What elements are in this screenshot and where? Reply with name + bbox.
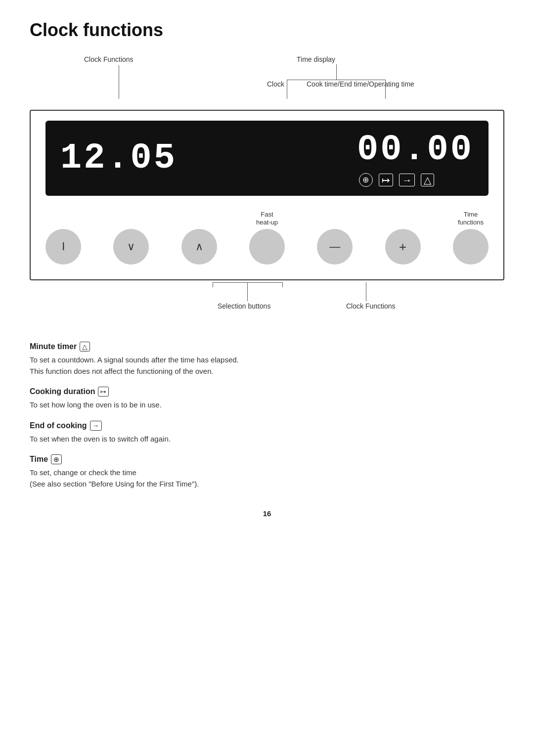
top-labels: Clock Functions Time display Clock Cook … bbox=[59, 55, 504, 110]
section-body-cooking-duration: To set how long the oven is to be in use… bbox=[30, 400, 504, 411]
buttons-row: Ⅰ ∨ ∧ Fastheat-up — + bbox=[45, 211, 489, 265]
button-label-time-functions: Timefunctions bbox=[458, 211, 484, 226]
button-up[interactable]: ∧ bbox=[181, 229, 217, 265]
line-clock-functions bbox=[119, 65, 119, 99]
diagram-area: Clock Functions Time display Clock Cook … bbox=[30, 55, 504, 322]
section-cooking-duration: Cooking duration ↦ To set how long the o… bbox=[30, 387, 504, 411]
button-time-functions[interactable] bbox=[453, 229, 489, 265]
button-group-time-functions: Timefunctions bbox=[453, 211, 489, 265]
display-icon-minute-timer: △ bbox=[421, 174, 434, 186]
section-end-cooking: End of cooking → To set when the oven is… bbox=[30, 421, 504, 445]
section-heading-minute-timer: Minute timer △ bbox=[30, 342, 504, 352]
line-clock-fn-bottom bbox=[366, 282, 366, 301]
button-group-down: ∨ bbox=[113, 226, 149, 265]
display-right: 00.00 ⊕ ↦ → △ bbox=[357, 130, 474, 187]
label-clock-functions-top: Clock Functions bbox=[84, 55, 134, 63]
section-body-end-cooking: To set when the oven is to switch off ag… bbox=[30, 434, 504, 445]
button-group-up: ∧ bbox=[181, 226, 217, 265]
display-time-left: 12.05 bbox=[60, 138, 177, 178]
button-group-fast-heat: Fastheat-up bbox=[249, 211, 285, 265]
button-label-fast-heat: Fastheat-up bbox=[256, 211, 278, 226]
button-power[interactable]: Ⅰ bbox=[45, 229, 81, 265]
button-minus[interactable]: — bbox=[317, 229, 353, 265]
button-plus[interactable]: + bbox=[385, 229, 421, 265]
line-sel-left bbox=[213, 282, 213, 287]
label-selection-buttons: Selection buttons bbox=[218, 302, 270, 310]
line-time-display bbox=[336, 64, 337, 80]
page-title: Clock functions bbox=[30, 20, 504, 41]
bottom-labels: Selection buttons Clock Functions bbox=[30, 282, 504, 322]
icon-time: ⊕ bbox=[51, 454, 62, 464]
button-group-plus: + bbox=[385, 226, 421, 265]
display-icon-time: ⊕ bbox=[359, 173, 373, 187]
label-clock: Clock bbox=[267, 80, 284, 88]
section-body-minute-timer: To set a countdown. A signal sounds afte… bbox=[30, 355, 504, 377]
button-fast-heat[interactable] bbox=[249, 229, 285, 265]
section-heading-cooking-duration: Cooking duration ↦ bbox=[30, 387, 504, 397]
section-heading-time: Time ⊕ bbox=[30, 454, 504, 464]
display-icon-end-cooking: → bbox=[399, 174, 415, 186]
display-screen: 12.05 00.00 ⊕ ↦ → △ bbox=[45, 121, 489, 196]
icon-minute-timer: △ bbox=[80, 342, 90, 352]
section-heading-end-cooking: End of cooking → bbox=[30, 421, 504, 431]
label-clock-functions-bottom: Clock Functions bbox=[346, 302, 396, 310]
icon-cooking-duration: ↦ bbox=[98, 387, 109, 397]
display-time-right: 00.00 bbox=[357, 130, 474, 170]
button-down[interactable]: ∨ bbox=[113, 229, 149, 265]
line-clock-down bbox=[287, 80, 287, 99]
section-body-time: To set, change or check the time (See al… bbox=[30, 467, 504, 489]
page-number: 16 bbox=[30, 509, 504, 518]
content-section: Minute timer △ To set a countdown. A sig… bbox=[30, 342, 504, 489]
line-sel-up bbox=[247, 282, 248, 301]
line-sel-bracket bbox=[213, 282, 283, 283]
label-time-display: Time display bbox=[297, 55, 335, 63]
section-time: Time ⊕ To set, change or check the time … bbox=[30, 454, 504, 489]
button-group-minus: — bbox=[317, 226, 353, 265]
icon-end-cooking: → bbox=[90, 421, 102, 431]
section-minute-timer: Minute timer △ To set a countdown. A sig… bbox=[30, 342, 504, 377]
line-sel-right bbox=[282, 282, 283, 287]
display-icons-row: ⊕ ↦ → △ bbox=[357, 173, 434, 187]
label-cook-time: Cook time/End time/Operating time bbox=[307, 80, 414, 88]
oven-panel: 12.05 00.00 ⊕ ↦ → △ Ⅰ ∨ bbox=[30, 110, 504, 280]
display-icon-cooking-duration: ↦ bbox=[379, 174, 393, 186]
button-group-power: Ⅰ bbox=[45, 226, 81, 265]
